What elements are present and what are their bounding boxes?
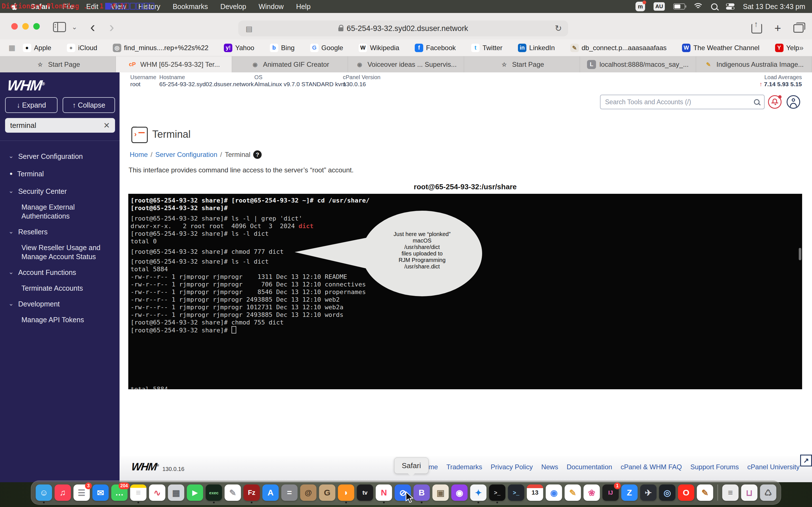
dock-icon[interactable]: ✎	[697, 485, 713, 501]
sidebar-nav-item[interactable]: Manage External Authentications	[8, 203, 113, 221]
tab[interactable]: ◉ Voiceover ideas ... Supervis...	[348, 56, 464, 72]
forward-button[interactable]: ›	[109, 21, 114, 33]
dock-icon[interactable]: ⊔	[741, 485, 758, 501]
sidebar-nav-item[interactable]: ⌄ Resellers	[8, 227, 113, 236]
terminal-window[interactable]: [root@65-254-93-32 share]# [root@65-254-…	[128, 194, 802, 389]
dock-icon[interactable]: Fz	[244, 485, 260, 501]
favorite-item[interactable]: b Bing	[270, 44, 295, 52]
tab[interactable]: L localhost:8888/macos_say_...	[580, 56, 696, 72]
sidebar-nav-item[interactable]: View Reseller Usage and Manage Account S…	[8, 243, 113, 261]
menubar-clock[interactable]: Sat 13 Dec 3:43 pm	[743, 3, 805, 11]
dock-icon[interactable]: ▣	[433, 485, 449, 501]
dock-icon[interactable]: >_	[508, 485, 524, 501]
favorites-grid-icon[interactable]: ▦	[8, 43, 15, 52]
sidebar-toggle-icon[interactable]	[53, 22, 66, 32]
dock-icon[interactable]: ✈	[640, 485, 657, 501]
expand-button[interactable]: ↓ Expand	[5, 97, 57, 113]
dock-icon[interactable]: tv	[357, 485, 373, 501]
clear-search-icon[interactable]: ✕	[103, 121, 110, 130]
dock-icon[interactable]: IJ 1	[603, 485, 619, 501]
dock-icon[interactable]: exec	[206, 485, 222, 501]
menu-item[interactable]: Develop	[220, 3, 246, 11]
page-settings-icon[interactable]: ▤	[246, 24, 253, 33]
favorites-overflow-icon[interactable]: »	[799, 43, 804, 52]
favorite-item[interactable]: ● iCloud	[67, 44, 97, 52]
share-icon[interactable]	[751, 23, 762, 34]
favorite-item[interactable]: ● Apple	[23, 44, 51, 52]
tab[interactable]: cP WHM [65-254-93-32] Ter...	[116, 56, 232, 72]
breadcrumb-home-link[interactable]: Home	[130, 151, 148, 159]
chevron-down-icon[interactable]: ⌄	[71, 23, 77, 31]
menubar-app-icon[interactable]: m	[636, 2, 645, 11]
favorite-item[interactable]: ✎ db_connect.p...aaasaaafaas	[570, 44, 667, 52]
control-center-icon[interactable]	[726, 3, 734, 10]
dock-icon[interactable]: ∿	[149, 485, 165, 501]
tools-search-input[interactable]: Search Tools and Accounts (/)	[600, 95, 765, 109]
address-bar[interactable]: ▤ 65-254-93-32.syd02.dsuser.network ↻	[238, 20, 568, 36]
dock-icon[interactable]: 13	[527, 485, 543, 501]
sidebar-nav-item[interactable]: ● Terminal	[8, 169, 113, 178]
dock-icon[interactable]: ✦	[470, 485, 487, 501]
dock-icon[interactable]: >_	[489, 485, 506, 501]
back-button[interactable]: ‹	[90, 21, 95, 33]
input-source-badge[interactable]: AU	[654, 2, 665, 11]
dock-icon[interactable]: ❀	[583, 485, 600, 501]
close-window-button[interactable]	[11, 23, 18, 30]
favorite-item[interactable]: W The Weather Channel	[682, 44, 759, 52]
tab[interactable]: ✎ Indigenous Australia Image...	[696, 56, 812, 72]
dock-icon[interactable]: N	[376, 485, 392, 501]
dock-icon[interactable]: G	[319, 485, 336, 501]
footer-link[interactable]: Trademarks	[446, 463, 482, 471]
dock-icon[interactable]: ▶	[187, 485, 203, 501]
footer-link[interactable]: News	[541, 463, 558, 471]
dock-icon[interactable]: ▦	[168, 485, 185, 501]
tab[interactable]: ☆ Start Page	[464, 56, 580, 72]
dock-icon[interactable]: ♫	[55, 485, 71, 501]
dock-icon[interactable]: ◎	[659, 485, 675, 501]
minimize-window-button[interactable]	[22, 23, 29, 30]
dock-icon[interactable]: ♺	[760, 485, 776, 501]
footer-link[interactable]: cPanel & WHM FAQ	[620, 463, 682, 471]
dock-icon[interactable]: B	[414, 485, 430, 501]
dock-icon[interactable]: ✎	[225, 485, 241, 501]
footer-link[interactable]: Support Forums	[691, 463, 739, 471]
sidebar-nav-item[interactable]: ⌄ Server Configuration	[8, 152, 113, 161]
new-tab-icon[interactable]: +	[774, 22, 781, 35]
footer-link[interactable]: Documentation	[567, 463, 612, 471]
tab[interactable]: ◉ Animated GIF Creator	[232, 56, 348, 72]
dock-icon[interactable]: ◗	[338, 485, 354, 501]
favorite-item[interactable]: t Twitter	[471, 44, 502, 52]
menu-item[interactable]: Help	[296, 3, 310, 11]
dock-icon[interactable]: Z	[621, 485, 638, 501]
sidebar-nav-item[interactable]: ⌄ Development	[8, 299, 113, 308]
terminal-scrollbar-thumb[interactable]	[799, 248, 801, 260]
footer-link[interactable]: cPanel University	[748, 463, 800, 471]
user-account-icon[interactable]	[786, 95, 800, 109]
zoom-window-button[interactable]	[33, 23, 40, 30]
favorite-item[interactable]: W Wikipedia	[359, 44, 399, 52]
menu-item[interactable]: Bookmarks	[172, 3, 208, 11]
help-icon[interactable]: ?	[253, 151, 262, 159]
notifications-bell-icon[interactable]	[768, 95, 781, 109]
favorite-item[interactable]: Y Yelp	[775, 44, 799, 52]
sidebar-nav-item[interactable]: ⌄ Security Center	[8, 187, 113, 196]
dock-icon[interactable]: … 204	[111, 485, 128, 501]
sidebar-nav-item[interactable]: Manage API Tokens	[8, 315, 113, 324]
analytics-icon[interactable]: ↗	[800, 455, 812, 466]
favorite-item[interactable]: ◎ find_minus....rep+%22s%22	[113, 44, 209, 52]
reload-icon[interactable]: ↻	[555, 23, 562, 33]
dock-icon[interactable]: ≡	[130, 485, 147, 501]
footer-link[interactable]: Privacy Policy	[491, 463, 532, 471]
favorite-item[interactable]: in LinkedIn	[518, 44, 555, 52]
sidebar-search-input[interactable]: terminal ✕	[5, 118, 115, 133]
collapse-button[interactable]: ↑ Collapse	[63, 97, 115, 113]
battery-icon[interactable]	[673, 3, 685, 10]
dock-icon[interactable]: ✉	[93, 485, 109, 501]
dock-icon[interactable]: ◉	[451, 485, 468, 501]
dock-icon[interactable]: ≡	[722, 485, 739, 501]
tab-overview-icon[interactable]	[794, 24, 804, 33]
dock-icon[interactable]: ☰ 3	[73, 485, 90, 501]
dock-icon[interactable]: ◉	[546, 485, 562, 501]
tab[interactable]: ☆ Start Page	[0, 56, 116, 72]
sidebar-nav-item[interactable]: ⌄ Account Functions	[8, 268, 113, 277]
